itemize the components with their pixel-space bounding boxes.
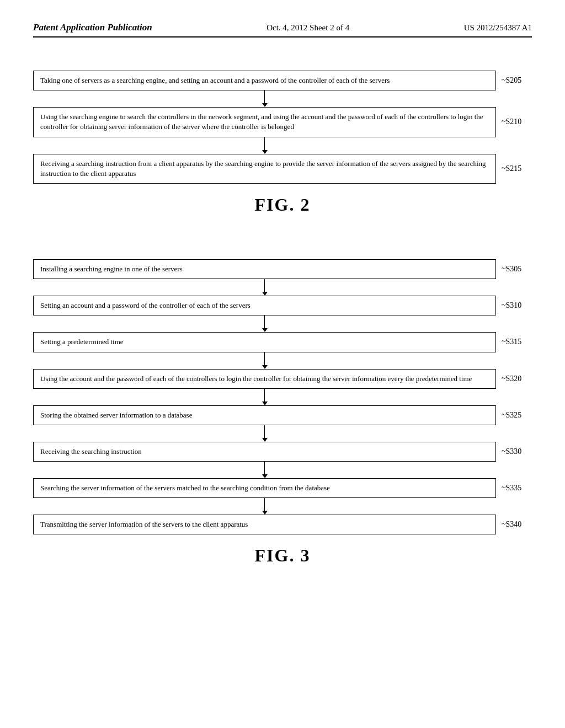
flow-box-s210: Using the searching engine to search the… <box>33 107 496 137</box>
flow-box-s325: Storing the obtained server information … <box>33 405 496 425</box>
arrow-head <box>262 292 268 296</box>
arrow-head <box>262 103 268 107</box>
flow-box-s340: Transmitting the server information of t… <box>33 515 496 534</box>
arrow-stem <box>262 315 268 332</box>
flow-arrow-row <box>33 498 532 515</box>
flow-box-s205: Taking one of servers as a searching eng… <box>33 71 496 90</box>
step-label-s215: ~S215 <box>502 164 532 173</box>
publication-title: Patent Application Publication <box>33 22 152 33</box>
arrow-head <box>262 365 268 369</box>
arrow-head <box>262 438 268 442</box>
flow-step-row: Searching the server information of the … <box>33 478 532 498</box>
arrow-line <box>264 498 265 511</box>
arrow-head <box>262 511 268 515</box>
flow-box-s310: Setting an account and a password of the… <box>33 296 496 315</box>
arrow-head <box>262 474 268 478</box>
flow-step-row: Using the searching engine to search the… <box>33 107 532 137</box>
fig2-label: FIG. 2 <box>255 195 311 215</box>
arrow-stem <box>262 352 268 369</box>
figure-3-container: Installing a searching engine in one of … <box>33 259 532 588</box>
flow-box-s215: Receiving a searching instruction from a… <box>33 154 496 184</box>
flow-arrow-row <box>33 137 532 154</box>
arrow-stem <box>262 90 268 107</box>
flow-step-row: Receiving the searching instruction~S330 <box>33 442 532 462</box>
arrow-stem <box>262 389 268 405</box>
arrow-line <box>264 352 265 365</box>
flow-box-s335: Searching the server information of the … <box>33 478 496 498</box>
flow-step-row: Setting a predetermined time~S315 <box>33 332 532 352</box>
flow-arrow-row <box>33 315 532 332</box>
flow-box-s305: Installing a searching engine in one of … <box>33 259 496 279</box>
arrow-stem <box>262 462 268 478</box>
arrow-line <box>264 137 265 150</box>
fig3-label: FIG. 3 <box>255 545 311 566</box>
arrow-head <box>262 402 268 405</box>
flow-arrow-row <box>33 462 532 478</box>
flow-step-row: Using the account and the password of ea… <box>33 369 532 389</box>
flow-box-s320: Using the account and the password of ea… <box>33 369 496 389</box>
flow-step-row: Taking one of servers as a searching eng… <box>33 71 532 90</box>
arrow-line <box>264 389 265 402</box>
flow-step-row: Storing the obtained server information … <box>33 405 532 425</box>
flow-arrow-row <box>33 279 532 296</box>
arrow-stem <box>262 498 268 515</box>
flow-step-row: Receiving a searching instruction from a… <box>33 154 532 184</box>
flow-arrow-row <box>33 425 532 442</box>
arrow-stem <box>262 279 268 296</box>
flow-step-row: Setting an account and a password of the… <box>33 296 532 315</box>
step-label-s315: ~S315 <box>502 338 532 346</box>
page-header: Patent Application Publication Oct. 4, 2… <box>33 22 532 38</box>
step-label-s335: ~S335 <box>502 484 532 493</box>
arrow-line <box>264 315 265 328</box>
flow-step-row: Installing a searching engine in one of … <box>33 259 532 279</box>
step-label-s305: ~S305 <box>502 265 532 274</box>
flow-arrow-row <box>33 352 532 369</box>
arrow-line <box>264 279 265 292</box>
flow-box-s315: Setting a predetermined time <box>33 332 496 352</box>
page: Patent Application Publication Oct. 4, 2… <box>0 0 565 728</box>
step-label-s210: ~S210 <box>502 117 532 126</box>
arrow-stem <box>262 425 268 442</box>
arrow-line <box>264 90 265 103</box>
arrow-stem <box>262 137 268 154</box>
flow-arrow-row <box>33 90 532 107</box>
arrow-line <box>264 462 265 474</box>
figure-2-container: Taking one of servers as a searching eng… <box>33 71 532 237</box>
step-label-s310: ~S310 <box>502 301 532 310</box>
arrow-head <box>262 150 268 154</box>
step-label-s330: ~S330 <box>502 447 532 456</box>
step-label-s340: ~S340 <box>502 520 532 529</box>
flowchart-3: Installing a searching engine in one of … <box>33 259 532 535</box>
step-label-s325: ~S325 <box>502 411 532 420</box>
step-label-s320: ~S320 <box>502 374 532 383</box>
arrow-head <box>262 328 268 332</box>
flow-step-row: Transmitting the server information of t… <box>33 515 532 534</box>
flow-box-s330: Receiving the searching instruction <box>33 442 496 462</box>
publication-date-sheet: Oct. 4, 2012 Sheet 2 of 4 <box>266 23 349 33</box>
step-label-s205: ~S205 <box>502 76 532 85</box>
arrow-line <box>264 425 265 438</box>
flowchart-2: Taking one of servers as a searching eng… <box>33 71 532 184</box>
publication-number: US 2012/254387 A1 <box>464 23 532 33</box>
flow-arrow-row <box>33 389 532 405</box>
